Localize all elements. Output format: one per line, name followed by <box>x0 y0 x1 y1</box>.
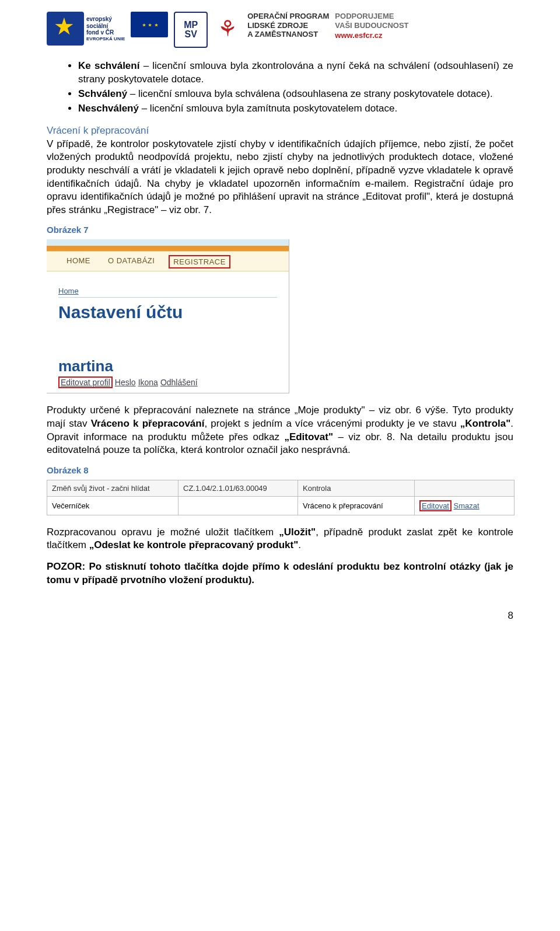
mpsv-logo: MP SV <box>174 12 208 48</box>
esf-text-l3: fond v ČR <box>86 29 125 36</box>
eu-flag-icon <box>131 12 168 37</box>
breadcrumb-home[interactable]: Home <box>58 287 79 295</box>
link-editovat[interactable]: Editovat <box>419 500 452 511</box>
link-logout[interactable]: Odhlášení <box>160 378 198 387</box>
esf-text-l1: evropský <box>86 16 125 23</box>
para-products: Produkty určené k přepracování naleznete… <box>47 404 513 456</box>
section-heading-vraceni: Vrácení k přepracování <box>47 125 513 137</box>
esf-text-l4: EVROPSKÁ UNIE <box>86 36 125 41</box>
screenshot-8-table: Změň svůj život - začni hlídat CZ.1.04/2… <box>47 480 514 515</box>
bullet-neschvaleny: Neschválený – licenční smlouva byla zamí… <box>78 102 513 116</box>
mpsv-top: MP <box>184 20 198 30</box>
screenshot-7: HOME O DATABÁZI REGISTRACE Home Nastaven… <box>47 239 289 393</box>
bullet-schvaleny: Schválený – licenční smlouva byla schvál… <box>78 88 513 101</box>
table-row-product: Večerníček Vráceno k přepracování Editov… <box>47 496 514 515</box>
cell-project-state: Kontrola <box>298 480 415 496</box>
cell-project-name: Změň svůj život - začni hlídat <box>47 480 178 496</box>
bullet-text: – licenční smlouva byla schválena (odsou… <box>127 88 493 99</box>
bullet-label: Neschválený <box>78 103 139 114</box>
op-program-text: OPERAČNÍ PROGRAM LIDSKÉ ZDROJE A ZAMĚSTN… <box>247 12 329 39</box>
figure-7-label: Obrázek 7 <box>47 225 513 235</box>
bullet-label: Schválený <box>78 88 127 99</box>
bold-editovat: Editovat <box>289 431 328 442</box>
bullet-ke-schvaleni: Ke schválení – licenční smlouva byla zko… <box>78 60 513 86</box>
state-bullet-list: Ke schválení – licenční smlouva byla zko… <box>47 60 513 116</box>
bullet-text: – licenční smlouva byla zkontrolována a … <box>78 60 513 85</box>
esf-text-l2: sociální <box>86 23 125 30</box>
support-link: www.esfcr.cz <box>335 31 408 40</box>
bold-kontrola: Kontrola <box>465 418 506 429</box>
mpsv-bottom: SV <box>185 30 197 39</box>
esf-logo: evropský sociální fond v ČR EVROPSKÁ UNI… <box>47 12 125 46</box>
page-number: 8 <box>47 610 513 622</box>
para-vraceni: V případě, že kontrolor poskytovatele zj… <box>47 138 513 217</box>
bold-ulozit: Uložit <box>284 526 311 538</box>
para-ulozit: Rozpracovanou opravu je možné uložit tla… <box>47 526 513 552</box>
tab-about[interactable]: O DATABÁZI <box>104 255 158 269</box>
tab-home[interactable]: HOME <box>63 255 94 269</box>
cell-product-actions: Editovat Smazat <box>415 497 514 515</box>
breadcrumb-separator <box>58 297 277 298</box>
page-title-nastaveni: Nastavení účtu <box>58 302 277 322</box>
link-password[interactable]: Heslo <box>115 378 136 387</box>
tab-registration[interactable]: REGISTRACE <box>169 255 230 269</box>
esf-star-icon <box>47 12 84 46</box>
cell-product-code <box>178 497 298 515</box>
bullet-label: Ke schválení <box>78 60 139 71</box>
bold-vraceno: Vráceno k přepracování <box>91 418 205 429</box>
username-display: martina <box>58 357 277 375</box>
link-smazat[interactable]: Smazat <box>454 501 480 510</box>
table-row-project: Změň svůj život - začni hlídat CZ.1.04/2… <box>47 480 514 496</box>
user-action-row: Editovat profil Heslo Ikona Odhlášení <box>58 376 277 392</box>
cell-project-actions <box>415 480 514 496</box>
header-logo-strip: evropský sociální fond v ČR EVROPSKÁ UNI… <box>47 12 513 48</box>
op-figure-icon: ⚘ <box>214 12 242 46</box>
bullet-text: – licenční smlouva byla zamítnuta poskyt… <box>139 103 397 114</box>
link-icon[interactable]: Ikona <box>138 378 158 387</box>
cell-project-code: CZ.1.04/2.1.01/63.00049 <box>178 480 298 496</box>
bold-odeslat: Odeslat ke kontrole přepracovaný produkt <box>94 539 293 550</box>
support-block: PODPORUJEME VAŠI BUDOUCNOST www.esfcr.cz <box>335 12 408 40</box>
support-line2: VAŠI BUDOUCNOST <box>335 21 408 30</box>
screenshot-7-banner <box>47 239 289 251</box>
screenshot-7-tabs: HOME O DATABÁZI REGISTRACE <box>47 251 289 271</box>
cell-product-state: Vráceno k přepracování <box>298 497 415 515</box>
para-pozor: POZOR: Po stisknutí tohoto tlačítka dojd… <box>47 560 513 587</box>
support-line1: PODPORUJEME <box>335 12 408 21</box>
link-edit-profile[interactable]: Editovat profil <box>58 376 113 388</box>
figure-8-label: Obrázek 8 <box>47 465 513 475</box>
cell-product-name: Večerníček <box>47 497 178 515</box>
